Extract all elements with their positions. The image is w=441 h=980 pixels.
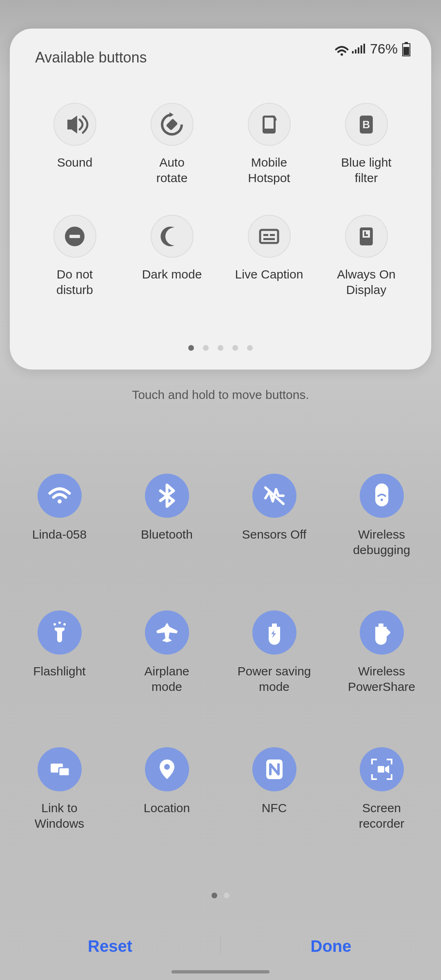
aod-icon[interactable] [345,215,388,258]
tile-label: Sound [57,155,93,170]
tile-sound[interactable]: Sound [30,103,119,185]
tile-label: WirelessPowerShare [348,664,415,694]
tile-hotspot[interactable]: MobileHotspot [225,103,314,185]
bluelight-icon[interactable] [345,103,388,146]
tile-label: NFC [262,800,287,816]
auto-rotate-icon[interactable] [151,103,194,146]
tile-label: Bluetooth [141,527,193,542]
tile-location[interactable]: Location [117,747,216,831]
bluetooth-icon[interactable] [145,474,189,518]
pager-dot[interactable] [188,345,194,351]
pager-dot[interactable] [232,345,238,351]
wdebug-icon[interactable] [360,474,404,518]
tile-label: Always OnDisplay [337,267,395,297]
tile-sensors[interactable]: Sensors Off [225,474,324,557]
tile-flashlight[interactable]: Flashlight [10,610,109,694]
tile-dnd[interactable]: Do notdisturb [30,215,119,297]
wifi-icon [335,44,349,54]
tile-livecaption[interactable]: Live Caption [225,215,314,297]
tile-airplane[interactable]: Airplanemode [117,610,216,694]
sound-icon[interactable] [53,103,96,146]
tile-wdebug[interactable]: Wirelessdebugging [332,474,431,557]
darkmode-icon[interactable] [151,215,194,258]
tile-auto-rotate[interactable]: Autorotate [127,103,216,185]
tile-label: Wirelessdebugging [353,527,410,557]
svg-rect-27 [355,49,356,53]
tile-label: Airplanemode [144,664,189,694]
nfc-icon[interactable] [252,747,296,791]
svg-rect-30 [363,44,365,53]
svg-rect-33 [403,47,409,55]
svg-rect-29 [361,45,362,53]
tile-wifi[interactable]: Linda-058 [10,474,109,557]
sensors-icon[interactable] [252,474,296,518]
tile-screenrec[interactable]: Screenrecorder [332,747,431,831]
tile-darkmode[interactable]: Dark mode [127,215,216,297]
main-pager[interactable] [0,893,441,898]
pager-dot[interactable] [224,893,229,898]
tile-nfc[interactable]: NFC [225,747,324,831]
pager-dot[interactable] [203,345,209,351]
tile-label: Screenrecorder [359,800,405,831]
signal-icon [351,44,365,54]
linkwin-icon[interactable] [38,747,82,791]
tile-label: Linda-058 [32,527,87,542]
footer: Reset Done [0,937,441,956]
hint-text: Touch and hold to move buttons. [0,388,441,402]
hotspot-icon[interactable] [248,103,291,146]
tile-bluetooth[interactable]: Bluetooth [117,474,216,557]
tile-label: Sensors Off [242,527,307,542]
tile-label: Dark mode [142,267,202,282]
tile-label: Flashlight [33,664,85,679]
livecaption-icon[interactable] [248,215,291,258]
tile-powersave[interactable]: Power savingmode [225,610,324,694]
tile-label: Link toWindows [35,800,85,831]
powershare-icon[interactable] [360,610,404,655]
powersave-icon[interactable] [252,610,296,655]
tile-label: Power savingmode [237,664,311,694]
svg-rect-28 [358,47,359,53]
dnd-icon[interactable] [53,215,96,258]
pager-dot[interactable] [247,345,253,351]
available-buttons-panel: Available buttons 76% SoundAutorotateMob… [10,29,431,370]
tile-label: Do notdisturb [56,267,93,297]
done-button[interactable]: Done [221,937,441,956]
tile-label: Location [144,800,190,816]
tile-label: MobileHotspot [248,155,290,185]
tile-label: Live Caption [235,267,303,282]
tile-linkwin[interactable]: Link toWindows [10,747,109,831]
battery-icon [402,42,411,56]
airplane-icon[interactable] [145,610,189,655]
screenrec-icon[interactable] [360,747,404,791]
tile-aod[interactable]: Always OnDisplay [322,215,411,297]
pager-dot[interactable] [212,893,217,898]
tile-bluelight[interactable]: Blue lightfilter [322,103,411,185]
home-indicator[interactable] [172,970,270,973]
flashlight-icon[interactable] [38,610,82,655]
wifi-icon[interactable] [38,474,82,518]
location-icon[interactable] [145,747,189,791]
svg-rect-26 [352,51,354,53]
panel-pager[interactable] [10,345,431,351]
pager-dot[interactable] [218,345,223,351]
battery-percent: 76% [370,41,398,57]
tile-powershare[interactable]: WirelessPowerShare [332,610,431,694]
tile-label: Blue lightfilter [341,155,391,185]
tile-label: Autorotate [156,155,188,185]
status-bar: 76% [335,41,411,57]
panel-title: Available buttons [30,41,147,66]
reset-button[interactable]: Reset [0,937,220,956]
